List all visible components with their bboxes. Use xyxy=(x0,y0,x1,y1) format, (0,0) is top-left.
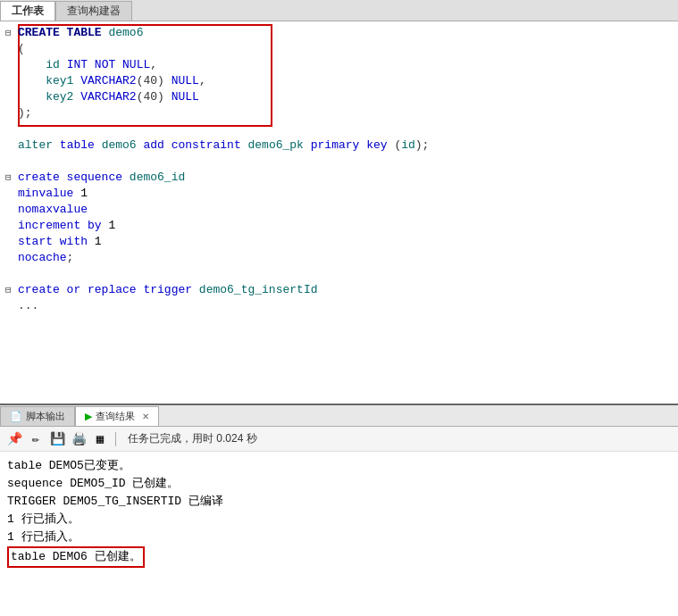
token-type: VARCHAR2 xyxy=(80,89,136,105)
query-results-close[interactable]: ✕ xyxy=(142,412,149,421)
fold-icon xyxy=(5,266,18,282)
save-icon[interactable]: 💾 xyxy=(48,430,66,448)
token-ident: demo6_id xyxy=(130,170,185,186)
code-content[interactable]: ⊟CREATE TABLE demo6 ( id INT NOT NULL, k… xyxy=(0,21,678,318)
token-ident: demo6_pk xyxy=(248,137,304,154)
script-output-icon: 📄 xyxy=(10,411,22,422)
output-line: table DEMO5已变更。 xyxy=(7,457,671,475)
token-kw: NOT NULL xyxy=(95,57,150,73)
token-plain xyxy=(304,137,311,154)
code-line: start with 1 xyxy=(5,234,678,250)
tab-query-results[interactable]: ▶ 查询结果 ✕ xyxy=(75,406,159,426)
fold-icon xyxy=(5,57,18,73)
output-line: table DEMO6 已创建。 xyxy=(7,546,145,568)
output-area: table DEMO5已变更。sequence DEMO5_ID 已创建。TRI… xyxy=(0,452,678,616)
token-ident: demo6 xyxy=(102,137,137,154)
code-line: ⊟create sequence demo6_id xyxy=(5,170,678,186)
code-line xyxy=(5,266,678,282)
code-line: ... xyxy=(5,298,678,314)
token-type: INT xyxy=(67,57,88,73)
fold-icon[interactable]: ⊟ xyxy=(5,282,18,298)
fold-icon xyxy=(5,89,18,105)
token-kw: create sequence xyxy=(18,170,122,186)
token-plain xyxy=(18,73,46,89)
token-plain: ( xyxy=(388,137,402,154)
token-kw: minvalue xyxy=(18,186,73,202)
token-ident: key2 xyxy=(46,89,73,105)
token-plain xyxy=(73,89,80,105)
token-kw-bold: CREATE TABLE xyxy=(18,25,102,41)
bottom-panel: 📄 脚本输出 ▶ 查询结果 ✕ 📌 ✏️ 💾 🖨️ ▦ 任务已完成，用时 0.0… xyxy=(0,405,678,616)
code-line: ⊟CREATE TABLE demo6 xyxy=(5,25,678,41)
token-type: VARCHAR2 xyxy=(80,73,136,89)
token-plain xyxy=(122,170,130,186)
token-plain: (40) xyxy=(137,73,172,89)
token-plain xyxy=(73,186,80,202)
token-kw: nocache xyxy=(18,250,67,266)
table-icon[interactable]: ▦ xyxy=(91,430,109,448)
edit-icon[interactable]: ✏️ xyxy=(27,430,45,448)
token-ident: id xyxy=(401,137,415,154)
token-kw: create or replace trigger xyxy=(18,282,192,298)
token-num: 1 xyxy=(95,234,102,250)
token-kw: add constraint xyxy=(143,137,240,154)
code-line: increment by 1 xyxy=(5,218,678,234)
token-plain xyxy=(53,137,60,154)
token-ident: id xyxy=(46,57,60,73)
token-plain: ; xyxy=(67,250,74,266)
code-line: alter table demo6 add constraint demo6_p… xyxy=(5,137,678,154)
code-line: ); xyxy=(5,105,678,121)
fold-icon[interactable]: ⊟ xyxy=(5,170,18,186)
pin-icon[interactable]: 📌 xyxy=(5,430,23,448)
tab-worksheet[interactable]: 工作表 xyxy=(0,1,55,21)
fold-icon xyxy=(5,298,18,314)
code-line: id INT NOT NULL, xyxy=(5,57,678,73)
token-plain: ); xyxy=(415,137,430,154)
token-num: 1 xyxy=(108,218,115,234)
token-plain xyxy=(73,73,80,89)
fold-icon xyxy=(5,202,18,218)
token-ident: alter xyxy=(18,137,53,154)
query-results-icon: ▶ xyxy=(85,411,92,422)
code-line: nomaxvalue xyxy=(5,202,678,218)
code-line xyxy=(5,154,678,170)
token-plain xyxy=(88,57,95,73)
code-line: nocache; xyxy=(5,250,678,266)
code-line: ⊟create or replace trigger demo6_tg_inse… xyxy=(5,282,678,298)
token-plain: , xyxy=(150,57,157,73)
fold-icon[interactable]: ⊟ xyxy=(5,25,18,41)
token-kw: start with xyxy=(18,234,88,250)
code-line xyxy=(5,121,678,137)
code-line: ( xyxy=(5,41,678,57)
token-plain xyxy=(137,137,144,154)
bottom-tab-bar: 📄 脚本输出 ▶ 查询结果 ✕ xyxy=(0,405,678,427)
token-plain xyxy=(102,218,109,234)
output-line: sequence DEMO5_ID 已创建。 xyxy=(7,475,671,493)
token-plain xyxy=(241,137,248,154)
fold-icon xyxy=(5,73,18,89)
token-kw: primary key xyxy=(311,137,388,154)
token-plain xyxy=(102,25,109,41)
fold-icon xyxy=(5,186,18,202)
fold-icon xyxy=(5,121,18,137)
fold-icon xyxy=(5,41,18,57)
code-line: key2 VARCHAR2(40) NULL xyxy=(5,89,678,105)
editor-area: ⊟CREATE TABLE demo6 ( id INT NOT NULL, k… xyxy=(0,21,678,405)
fold-icon xyxy=(5,137,18,154)
token-plain: (40) xyxy=(137,89,172,105)
token-ident: demo6_tg_insertId xyxy=(199,282,318,298)
tab-query-builder[interactable]: 查询构建器 xyxy=(55,1,132,21)
fold-icon xyxy=(5,105,18,121)
fold-icon xyxy=(5,250,18,266)
output-line: 1 行已插入。 xyxy=(7,529,671,546)
token-ident: key1 xyxy=(46,73,73,89)
fold-icon xyxy=(5,234,18,250)
tab-script-output[interactable]: 📄 脚本输出 xyxy=(0,406,75,426)
print-icon[interactable]: 🖨️ xyxy=(70,430,88,448)
token-plain: ); xyxy=(18,105,32,121)
token-num: 1 xyxy=(80,186,88,202)
fold-icon xyxy=(5,154,18,170)
toolbar-separator xyxy=(115,432,116,446)
token-ident: demo6 xyxy=(108,25,143,41)
token-plain xyxy=(18,57,46,73)
